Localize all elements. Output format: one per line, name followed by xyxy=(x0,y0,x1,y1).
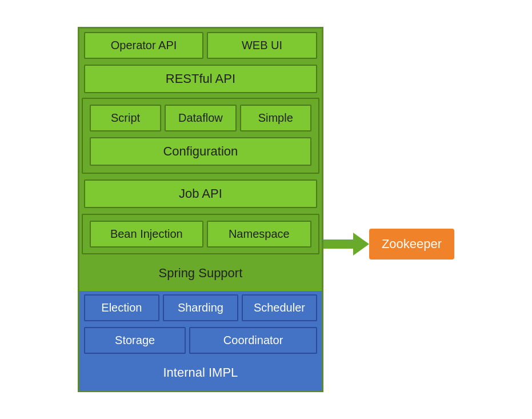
scheduler-cell: Scheduler xyxy=(242,294,317,321)
diagram-wrapper: Operator API WEB UI RESTful API Script D… xyxy=(78,27,454,392)
operator-row: Operator API WEB UI xyxy=(79,29,322,62)
internal-impl-label: Internal IMPL xyxy=(163,365,238,380)
coordinator-cell: Coordinator xyxy=(189,327,317,354)
scheduler-label: Scheduler xyxy=(254,301,305,314)
operator-api-label: Operator API xyxy=(111,39,177,52)
operator-api-cell: Operator API xyxy=(84,32,203,59)
bean-row: Bean Injection Namespace xyxy=(85,217,316,251)
restful-api-cell: RESTful API xyxy=(84,65,317,93)
storage-row: Storage Coordinator xyxy=(79,325,322,356)
storage-cell: Storage xyxy=(84,327,186,354)
configuration-label: Configuration xyxy=(163,144,238,159)
simple-label: Simple xyxy=(258,111,293,125)
script-label: Script xyxy=(111,111,140,125)
zookeeper-box: Zookeeper xyxy=(369,229,454,260)
sharding-label: Sharding xyxy=(178,301,223,314)
internal-row: Internal IMPL xyxy=(79,356,322,390)
script-cell: Script xyxy=(90,105,161,131)
config-row: Configuration xyxy=(85,135,316,170)
election-row: Election Sharding Scheduler xyxy=(79,291,322,325)
bean-injection-cell: Bean Injection xyxy=(90,221,203,248)
group-box-bean: Bean Injection Namespace xyxy=(82,214,319,254)
job-api-label: Job API xyxy=(179,186,222,201)
job-api-cell: Job API xyxy=(84,179,317,208)
sds-row: Script Dataflow Simple xyxy=(85,101,316,135)
election-cell: Election xyxy=(84,294,159,321)
spring-row: Spring Support xyxy=(79,257,322,291)
election-label: Election xyxy=(101,301,142,314)
restful-row: RESTful API xyxy=(79,62,322,95)
zookeeper-label: Zookeeper xyxy=(382,237,442,252)
dataflow-label: Dataflow xyxy=(178,111,223,125)
namespace-cell: Namespace xyxy=(207,221,311,248)
arrow-icon xyxy=(323,232,369,257)
architecture-stack: Operator API WEB UI RESTful API Script D… xyxy=(78,27,323,392)
sharding-cell: Sharding xyxy=(163,294,238,321)
bean-injection-label: Bean Injection xyxy=(110,228,183,241)
namespace-label: Namespace xyxy=(229,228,290,241)
storage-label: Storage xyxy=(115,334,155,347)
web-ui-label: WEB UI xyxy=(242,39,282,52)
coordinator-label: Coordinator xyxy=(223,334,283,347)
internal-impl-cell: Internal IMPL xyxy=(84,360,317,386)
spring-support-label: Spring Support xyxy=(159,266,243,281)
web-ui-cell: WEB UI xyxy=(207,32,317,59)
dataflow-cell: Dataflow xyxy=(165,105,236,131)
group-box-sds: Script Dataflow Simple Configuration xyxy=(82,98,319,174)
arrow-zk-wrapper: Zookeeper xyxy=(323,229,454,260)
configuration-cell: Configuration xyxy=(90,137,311,166)
jobapi-row: Job API xyxy=(79,176,322,212)
simple-cell: Simple xyxy=(240,105,311,131)
svg-marker-0 xyxy=(323,233,369,256)
spring-support-cell: Spring Support xyxy=(84,260,317,286)
restful-api-label: RESTful API xyxy=(166,71,235,86)
